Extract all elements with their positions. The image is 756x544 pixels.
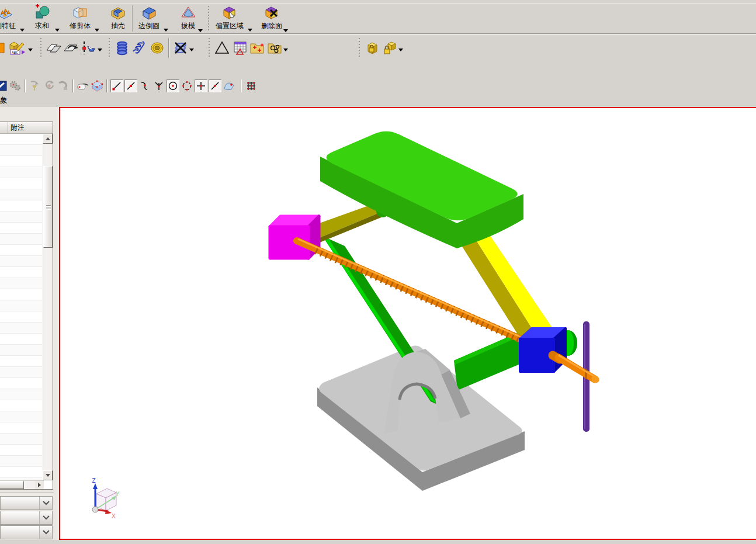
pattern-feature-button[interactable]: 列特征	[0, 4, 19, 33]
datum-face-button[interactable]	[45, 39, 63, 57]
spring-wire-button[interactable]	[131, 39, 148, 57]
triad-x-label: X	[112, 512, 116, 520]
snap-existing-point-icon	[196, 81, 206, 91]
thumb-grip-icon	[46, 205, 51, 210]
snap-quadrant-toggle[interactable]	[181, 79, 193, 92]
coil-washer-button[interactable]	[148, 39, 166, 57]
trim-body-dropdown-icon[interactable]	[95, 29, 99, 32]
delete-face-button[interactable]: 删除面	[258, 4, 289, 33]
edge-blend-button[interactable]: 边倒圆	[136, 4, 162, 33]
graphics-viewport[interactable]: Z X Y	[59, 107, 756, 540]
annotation-table-rows[interactable]	[0, 134, 42, 480]
spring-coil-button[interactable]	[113, 39, 131, 57]
selection-filter-button[interactable]	[0, 79, 8, 93]
snap-existing-point-toggle[interactable]	[195, 79, 207, 92]
vertical-scrollbar[interactable]	[43, 134, 53, 480]
triangle-mesh-button[interactable]	[213, 39, 231, 57]
circles-folder-button[interactable]	[266, 39, 283, 57]
header-col-blank	[0, 122, 8, 133]
part-family-table-button[interactable]	[231, 39, 248, 57]
delete-face-label: 删除面	[261, 22, 282, 30]
unite-icon	[33, 4, 51, 22]
unite-button[interactable]: 求和	[30, 4, 54, 33]
delete-spring-button[interactable]	[172, 39, 189, 57]
offset-region-dropdown-icon[interactable]	[248, 29, 252, 32]
measure-distance-button[interactable]	[80, 39, 98, 57]
horizontal-scrollbar[interactable]	[0, 480, 44, 489]
delete-face-icon	[263, 4, 280, 22]
lock-dropdown-icon[interactable]	[398, 48, 403, 51]
snap-pick-icon	[57, 79, 70, 92]
edge-blend-dropdown-icon[interactable]	[164, 29, 168, 32]
snap-point-on-curve-toggle[interactable]	[138, 79, 151, 92]
unite-dropdown-icon[interactable]	[55, 29, 60, 32]
toolbar-grip[interactable]	[208, 38, 210, 58]
trim-body-button[interactable]: 修剪体	[67, 4, 93, 33]
scroll-right-icon	[38, 483, 41, 487]
snap-point-on-face-toggle[interactable]	[223, 79, 235, 92]
delete-face-dropdown-icon[interactable]	[283, 29, 288, 32]
expand-button[interactable]	[39, 497, 52, 510]
delete-spring-icon	[173, 40, 188, 56]
lock-assembly-button[interactable]	[363, 39, 381, 57]
toolbar-grip[interactable]	[358, 38, 360, 58]
snap-pick-button[interactable]	[56, 79, 70, 93]
tools-toolbar: ABC	[0, 34, 756, 61]
screw-shaft	[553, 355, 601, 384]
trim-body-label: 修剪体	[70, 22, 91, 30]
annotation-dropdown-icon[interactable]	[28, 48, 33, 51]
annotation-table[interactable]: 附注	[0, 122, 53, 490]
annotation-editor-button[interactable]: ABC	[7, 39, 28, 57]
shell-icon	[109, 4, 127, 22]
scroll-up-button[interactable]	[43, 134, 53, 144]
snap-midpoint-icon	[126, 81, 136, 91]
snap-point-on-line-toggle[interactable]	[209, 79, 221, 92]
draft-dropdown-icon[interactable]	[198, 29, 203, 32]
lock-assembly-alt-button[interactable]	[381, 39, 398, 57]
snap-rotate-button[interactable]	[42, 79, 56, 93]
points-folder-button[interactable]	[248, 39, 266, 57]
collapsed-group-bar[interactable]	[0, 496, 53, 510]
shell-button[interactable]: 抽壳	[106, 4, 130, 33]
clipped-button[interactable]	[0, 39, 7, 57]
snap-filter-button[interactable]	[28, 79, 42, 93]
draft-button[interactable]: 拔模	[176, 4, 204, 33]
gear-pair-button[interactable]	[8, 79, 22, 93]
part-family-table-icon	[232, 40, 247, 56]
scrollbar-thumb[interactable]	[43, 166, 53, 248]
offset-region-button[interactable]: 偏置区域	[213, 4, 247, 33]
annotation-panel: 附注	[0, 107, 59, 544]
chevron-down-icon	[43, 530, 50, 535]
scissor-jack-model: Z X Y	[60, 108, 756, 539]
delete-spring-dropdown-icon[interactable]	[189, 48, 194, 51]
expand-button[interactable]	[39, 511, 52, 524]
offset-region-label: 偏置区域	[216, 22, 244, 30]
toolbar-separator	[25, 79, 26, 92]
pattern-feature-dropdown-icon[interactable]	[20, 29, 25, 32]
toolbar-grip[interactable]	[108, 38, 110, 58]
orientation-triad[interactable]: Z X Y	[92, 477, 120, 520]
toolbar-grip[interactable]	[40, 38, 42, 58]
snap-midpoint-toggle[interactable]	[124, 79, 137, 92]
grid-snap-button[interactable]	[244, 79, 258, 93]
snap-arc-center-toggle[interactable]	[167, 79, 179, 92]
measure-dropdown-icon[interactable]	[98, 48, 102, 51]
scroll-down-button[interactable]	[43, 470, 53, 480]
collapsed-group-bar[interactable]	[0, 525, 53, 539]
toolbar-grip[interactable]	[207, 6, 210, 31]
end-point-button[interactable]	[76, 79, 90, 93]
toolbar-separator	[132, 5, 133, 32]
folder-dropdown-icon[interactable]	[283, 48, 288, 51]
reverse-face-button[interactable]	[63, 39, 80, 57]
expand-button[interactable]	[39, 526, 52, 539]
lock-assembly-icon	[365, 40, 380, 56]
unite-label: 求和	[35, 22, 49, 30]
hscrollbar-thumb[interactable]	[0, 481, 24, 489]
spring-coil-icon	[115, 40, 130, 56]
snap-endpoint-toggle[interactable]	[110, 79, 123, 92]
bounding-box-button[interactable]	[90, 79, 104, 93]
scroll-right-button[interactable]	[35, 481, 44, 489]
snap-intersection-toggle[interactable]	[152, 79, 165, 92]
trim-body-icon	[71, 4, 89, 22]
collapsed-group-bar[interactable]	[0, 511, 53, 525]
